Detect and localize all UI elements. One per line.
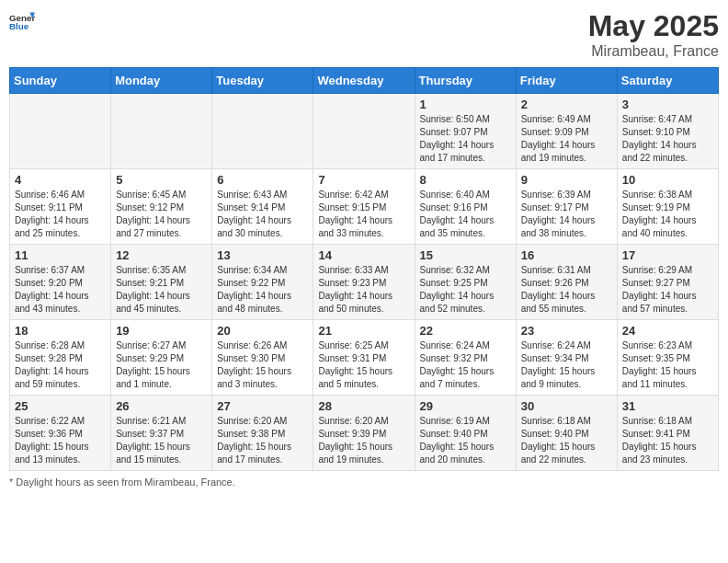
- day-number: 2: [521, 98, 612, 111]
- day-number: 28: [318, 399, 409, 413]
- logo-icon: General Blue: [9, 9, 35, 35]
- day-number: 19: [116, 324, 207, 338]
- day-info: Sunrise: 6:19 AM Sunset: 9:40 PM Dayligh…: [420, 415, 511, 466]
- weekday-row: SundayMondayTuesdayWednesdayThursdayFrid…: [10, 68, 719, 94]
- calendar-cell: [10, 94, 111, 169]
- daylight-label: Daylight hours: [16, 477, 80, 488]
- day-info: Sunrise: 6:22 AM Sunset: 9:36 PM Dayligh…: [15, 415, 106, 466]
- day-number: 9: [521, 173, 612, 187]
- day-info: Sunrise: 6:35 AM Sunset: 9:21 PM Dayligh…: [116, 264, 207, 316]
- calendar-cell: 5Sunrise: 6:45 AM Sunset: 9:12 PM Daylig…: [111, 169, 212, 245]
- calendar-cell: 16Sunrise: 6:31 AM Sunset: 9:26 PM Dayli…: [516, 245, 617, 320]
- day-number: 12: [116, 248, 207, 262]
- calendar-cell: 29Sunrise: 6:19 AM Sunset: 9:40 PM Dayli…: [415, 396, 516, 471]
- calendar-cell: 22Sunrise: 6:24 AM Sunset: 9:32 PM Dayli…: [415, 320, 516, 396]
- day-info: Sunrise: 6:37 AM Sunset: 9:20 PM Dayligh…: [15, 264, 106, 316]
- day-number: 10: [622, 173, 713, 187]
- calendar-cell: 11Sunrise: 6:37 AM Sunset: 9:20 PM Dayli…: [10, 245, 111, 320]
- day-info: Sunrise: 6:33 AM Sunset: 9:23 PM Dayligh…: [318, 264, 409, 316]
- calendar-body: 1Sunrise: 6:50 AM Sunset: 9:07 PM Daylig…: [10, 94, 719, 471]
- calendar-cell: 2Sunrise: 6:49 AM Sunset: 9:09 PM Daylig…: [516, 94, 617, 169]
- weekday-header-saturday: Saturday: [617, 68, 718, 94]
- day-info: Sunrise: 6:39 AM Sunset: 9:17 PM Dayligh…: [521, 189, 612, 240]
- day-number: 4: [15, 173, 106, 187]
- day-info: Sunrise: 6:18 AM Sunset: 9:41 PM Dayligh…: [622, 415, 713, 466]
- day-info: Sunrise: 6:43 AM Sunset: 9:14 PM Dayligh…: [217, 189, 308, 240]
- calendar-cell: 28Sunrise: 6:20 AM Sunset: 9:39 PM Dayli…: [313, 396, 415, 471]
- calendar-cell: 31Sunrise: 6:18 AM Sunset: 9:41 PM Dayli…: [617, 396, 718, 471]
- calendar-cell: 4Sunrise: 6:46 AM Sunset: 9:11 PM Daylig…: [10, 169, 111, 245]
- day-number: 8: [420, 173, 511, 187]
- day-info: Sunrise: 6:31 AM Sunset: 9:26 PM Dayligh…: [521, 264, 612, 316]
- calendar-cell: 25Sunrise: 6:22 AM Sunset: 9:36 PM Dayli…: [10, 396, 111, 471]
- calendar-cell: [111, 94, 212, 169]
- calendar-cell: 23Sunrise: 6:24 AM Sunset: 9:34 PM Dayli…: [516, 320, 617, 396]
- calendar-cell: [313, 94, 415, 169]
- day-number: 26: [116, 399, 207, 413]
- day-number: 18: [15, 324, 106, 338]
- svg-text:Blue: Blue: [9, 21, 29, 31]
- calendar-cell: 1Sunrise: 6:50 AM Sunset: 9:07 PM Daylig…: [415, 94, 516, 169]
- day-info: Sunrise: 6:46 AM Sunset: 9:11 PM Dayligh…: [15, 189, 106, 240]
- day-number: 3: [622, 98, 713, 111]
- day-info: Sunrise: 6:40 AM Sunset: 9:16 PM Dayligh…: [420, 189, 511, 240]
- calendar-cell: 14Sunrise: 6:33 AM Sunset: 9:23 PM Dayli…: [313, 245, 415, 320]
- day-number: 31: [622, 399, 713, 413]
- calendar-cell: 21Sunrise: 6:25 AM Sunset: 9:31 PM Dayli…: [313, 320, 415, 396]
- day-info: Sunrise: 6:42 AM Sunset: 9:15 PM Dayligh…: [318, 189, 409, 240]
- week-row-5: 25Sunrise: 6:22 AM Sunset: 9:36 PM Dayli…: [10, 396, 719, 471]
- calendar-cell: 18Sunrise: 6:28 AM Sunset: 9:28 PM Dayli…: [10, 320, 111, 396]
- calendar-cell: [212, 94, 313, 169]
- calendar-table: SundayMondayTuesdayWednesdayThursdayFrid…: [9, 67, 719, 471]
- subtitle: Mirambeau, France: [588, 43, 719, 60]
- day-number: 23: [521, 324, 612, 338]
- day-number: 5: [116, 173, 207, 187]
- day-number: 13: [217, 248, 308, 262]
- day-info: Sunrise: 6:28 AM Sunset: 9:28 PM Dayligh…: [15, 339, 106, 391]
- day-number: 24: [622, 324, 713, 338]
- calendar-cell: 27Sunrise: 6:20 AM Sunset: 9:38 PM Dayli…: [212, 396, 313, 471]
- day-number: 20: [217, 324, 308, 338]
- calendar-cell: 24Sunrise: 6:23 AM Sunset: 9:35 PM Dayli…: [617, 320, 718, 396]
- week-row-4: 18Sunrise: 6:28 AM Sunset: 9:28 PM Dayli…: [10, 320, 719, 396]
- day-number: 14: [318, 248, 409, 262]
- calendar-cell: 19Sunrise: 6:27 AM Sunset: 9:29 PM Dayli…: [111, 320, 212, 396]
- day-number: 27: [217, 399, 308, 413]
- day-info: Sunrise: 6:49 AM Sunset: 9:09 PM Dayligh…: [521, 113, 612, 165]
- day-info: Sunrise: 6:20 AM Sunset: 9:39 PM Dayligh…: [318, 415, 409, 466]
- calendar-cell: 20Sunrise: 6:26 AM Sunset: 9:30 PM Dayli…: [212, 320, 313, 396]
- day-number: 16: [521, 248, 612, 262]
- weekday-header-thursday: Thursday: [415, 68, 516, 94]
- day-info: Sunrise: 6:24 AM Sunset: 9:32 PM Dayligh…: [420, 339, 511, 391]
- weekday-header-wednesday: Wednesday: [313, 68, 415, 94]
- day-info: Sunrise: 6:27 AM Sunset: 9:29 PM Dayligh…: [116, 339, 207, 391]
- day-info: Sunrise: 6:26 AM Sunset: 9:30 PM Dayligh…: [217, 339, 308, 391]
- day-info: Sunrise: 6:20 AM Sunset: 9:38 PM Dayligh…: [217, 415, 308, 466]
- day-number: 11: [15, 248, 106, 262]
- day-info: Sunrise: 6:23 AM Sunset: 9:35 PM Dayligh…: [622, 339, 713, 391]
- weekday-header-sunday: Sunday: [10, 68, 111, 94]
- calendar-cell: 8Sunrise: 6:40 AM Sunset: 9:16 PM Daylig…: [415, 169, 516, 245]
- day-number: 17: [622, 248, 713, 262]
- logo: General Blue: [9, 9, 35, 35]
- day-info: Sunrise: 6:34 AM Sunset: 9:22 PM Dayligh…: [217, 264, 308, 316]
- calendar-cell: 3Sunrise: 6:47 AM Sunset: 9:10 PM Daylig…: [617, 94, 718, 169]
- day-info: Sunrise: 6:47 AM Sunset: 9:10 PM Dayligh…: [622, 113, 713, 165]
- weekday-header-tuesday: Tuesday: [212, 68, 313, 94]
- calendar-cell: 26Sunrise: 6:21 AM Sunset: 9:37 PM Dayli…: [111, 396, 212, 471]
- week-row-3: 11Sunrise: 6:37 AM Sunset: 9:20 PM Dayli…: [10, 245, 719, 320]
- day-number: 22: [420, 324, 511, 338]
- day-info: Sunrise: 6:21 AM Sunset: 9:37 PM Dayligh…: [116, 415, 207, 466]
- day-info: Sunrise: 6:24 AM Sunset: 9:34 PM Dayligh…: [521, 339, 612, 391]
- day-number: 1: [420, 98, 511, 111]
- day-number: 15: [420, 248, 511, 262]
- day-number: 30: [521, 399, 612, 413]
- footer-note: * Daylight hours as seen from Mirambeau,…: [9, 477, 719, 488]
- calendar-header: SundayMondayTuesdayWednesdayThursdayFrid…: [10, 68, 719, 94]
- day-info: Sunrise: 6:32 AM Sunset: 9:25 PM Dayligh…: [420, 264, 511, 316]
- calendar-cell: 30Sunrise: 6:18 AM Sunset: 9:40 PM Dayli…: [516, 396, 617, 471]
- day-info: Sunrise: 6:50 AM Sunset: 9:07 PM Dayligh…: [420, 113, 511, 165]
- day-info: Sunrise: 6:29 AM Sunset: 9:27 PM Dayligh…: [622, 264, 713, 316]
- weekday-header-monday: Monday: [111, 68, 212, 94]
- day-info: Sunrise: 6:25 AM Sunset: 9:31 PM Dayligh…: [318, 339, 409, 391]
